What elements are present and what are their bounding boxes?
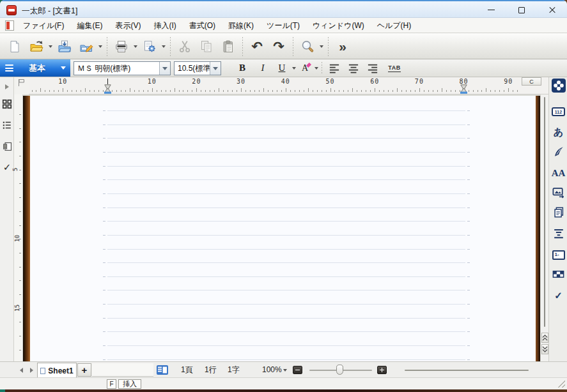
vruler-tick bbox=[19, 280, 21, 281]
function-key-button[interactable]: F bbox=[107, 379, 116, 389]
right-margin-marker[interactable] bbox=[460, 84, 467, 94]
menu-item-help[interactable]: ヘルプ(H) bbox=[371, 18, 418, 33]
status-bar: F 挿入 bbox=[0, 377, 567, 389]
print-button[interactable] bbox=[111, 36, 132, 57]
page-layout-button[interactable] bbox=[1, 98, 13, 110]
vertical-scrollbar[interactable] bbox=[540, 94, 548, 361]
zoom-out-button[interactable] bbox=[293, 366, 302, 374]
vruler-tick bbox=[19, 128, 21, 129]
italic-button[interactable]: I bbox=[254, 61, 271, 75]
open-dropdown-arrow[interactable] bbox=[47, 36, 53, 57]
tab-label: TAB bbox=[388, 64, 400, 72]
save-as-button[interactable] bbox=[75, 36, 97, 57]
menu-item-format[interactable]: 書式(O) bbox=[183, 18, 222, 33]
save-button[interactable] bbox=[54, 36, 75, 57]
menu-item-tools[interactable]: ツール(T) bbox=[260, 18, 306, 33]
undo-button[interactable]: ↶ bbox=[246, 36, 268, 57]
ruler-tick bbox=[469, 90, 469, 92]
vertical-scrollbar-thumb[interactable] bbox=[544, 97, 545, 327]
zoom-in-button[interactable] bbox=[377, 366, 387, 374]
toolbar-separator bbox=[242, 37, 243, 56]
menu-item-edit[interactable]: 編集(E) bbox=[70, 18, 109, 33]
align-left-button[interactable] bbox=[327, 61, 342, 75]
outline-list-button[interactable] bbox=[1, 119, 13, 131]
cut-icon bbox=[177, 39, 192, 54]
font-size-tool-button[interactable]: AA bbox=[551, 165, 566, 181]
sheet-next-button[interactable] bbox=[27, 365, 36, 375]
resize-grip[interactable] bbox=[557, 379, 565, 388]
pages-tool-button[interactable] bbox=[551, 206, 566, 222]
view-panel-button[interactable] bbox=[157, 365, 168, 377]
save-as-dropdown-arrow[interactable] bbox=[97, 36, 103, 57]
underline-button[interactable]: U bbox=[274, 61, 290, 75]
horizontal-ruler: 10102030405060708090 C bbox=[0, 77, 548, 94]
ruler-tick bbox=[299, 90, 300, 92]
font-dropdown-arrow[interactable] bbox=[159, 62, 170, 75]
zoom-dropdown-arrow[interactable] bbox=[283, 369, 287, 372]
expand-panel-button[interactable] bbox=[1, 81, 13, 93]
bookmark-page-button[interactable] bbox=[1, 140, 13, 152]
view-panel-icon bbox=[157, 365, 168, 375]
add-sheet-button[interactable]: + bbox=[77, 363, 91, 377]
zoom-level[interactable]: 100% bbox=[262, 362, 282, 378]
ruler-tick bbox=[388, 90, 389, 92]
redo-button[interactable]: ↷ bbox=[268, 36, 290, 57]
horizontal-scrollbar-thumb[interactable] bbox=[405, 370, 529, 371]
proof-check-button[interactable]: ✓ bbox=[1, 162, 13, 173]
menu-item-border[interactable]: 罫線(K) bbox=[222, 18, 260, 33]
pen-tool-button[interactable] bbox=[551, 145, 566, 160]
zoom-slider-thumb[interactable] bbox=[336, 365, 343, 375]
ruler-tick bbox=[343, 90, 344, 92]
undo-icon: ↶ bbox=[251, 39, 263, 54]
align-right-button[interactable] bbox=[365, 61, 380, 75]
font-size-select[interactable]: 10.5(標準) bbox=[174, 61, 221, 75]
left-margin-marker[interactable] bbox=[104, 84, 111, 94]
photo-insert-icon bbox=[552, 186, 565, 202]
toolbar-items: ↶↷» bbox=[4, 35, 353, 57]
scroll-page-up-button[interactable] bbox=[541, 333, 548, 343]
sheet-tab[interactable]: Sheet1 bbox=[37, 363, 77, 378]
font-color-button[interactable]: A bbox=[297, 61, 313, 75]
search-dropdown-arrow[interactable] bbox=[318, 36, 324, 57]
document-menu-icon[interactable] bbox=[5, 20, 14, 31]
print-settings-button[interactable] bbox=[139, 36, 160, 57]
sheet-prev-button[interactable] bbox=[17, 365, 26, 375]
style-set-selector[interactable]: 基本 bbox=[0, 59, 70, 77]
menu-item-file[interactable]: ファイル(F) bbox=[17, 18, 70, 33]
outline-tool-button[interactable] bbox=[551, 227, 566, 242]
menu-item-view[interactable]: 表示(V) bbox=[109, 18, 147, 33]
close-button[interactable] bbox=[538, 1, 566, 19]
hamburger-icon bbox=[5, 64, 13, 72]
new-document-button[interactable] bbox=[4, 36, 26, 57]
align-center-button[interactable] bbox=[346, 61, 361, 75]
bold-button[interactable]: B bbox=[234, 61, 251, 75]
font-color-dropdown-arrow[interactable] bbox=[313, 61, 320, 75]
tab-marker-button[interactable]: TAB bbox=[385, 61, 404, 75]
print-settings-dropdown-arrow[interactable] bbox=[160, 36, 166, 57]
check-tool-button[interactable]: ✓ bbox=[551, 288, 566, 303]
copy-button bbox=[196, 36, 217, 57]
more-button[interactable]: » bbox=[332, 36, 353, 57]
print-dropdown-arrow[interactable] bbox=[132, 36, 138, 57]
open-button[interactable] bbox=[26, 36, 47, 57]
ruler-tick bbox=[375, 88, 375, 92]
ruler-tick bbox=[259, 90, 260, 92]
maximize-button[interactable] bbox=[508, 1, 536, 19]
minimize-button[interactable] bbox=[477, 1, 505, 19]
photo-insert-button[interactable] bbox=[551, 186, 566, 201]
ruler-c-button[interactable]: C bbox=[522, 77, 541, 86]
line-count: 1行 bbox=[205, 362, 217, 378]
document-page[interactable] bbox=[23, 94, 540, 361]
js-clover-button[interactable] bbox=[551, 79, 566, 94]
insert-mode-indicator[interactable]: 挿入 bbox=[118, 379, 141, 389]
menu-item-insert[interactable]: 挿入(I) bbox=[147, 18, 182, 33]
count-badge-button[interactable]: 112 bbox=[551, 104, 566, 119]
font-name-select[interactable]: ＭＳ 明朝(標準) bbox=[74, 61, 171, 75]
layout-blocks-button[interactable] bbox=[551, 268, 566, 283]
menu-item-window[interactable]: ウィンドウ(W) bbox=[306, 18, 371, 33]
numbering-tool-button[interactable]: 1- bbox=[551, 247, 566, 262]
size-dropdown-arrow[interactable] bbox=[210, 62, 221, 75]
search-button[interactable] bbox=[297, 36, 318, 57]
kana-tool-button[interactable]: あ bbox=[551, 124, 566, 140]
scroll-page-down-button[interactable] bbox=[541, 344, 548, 354]
